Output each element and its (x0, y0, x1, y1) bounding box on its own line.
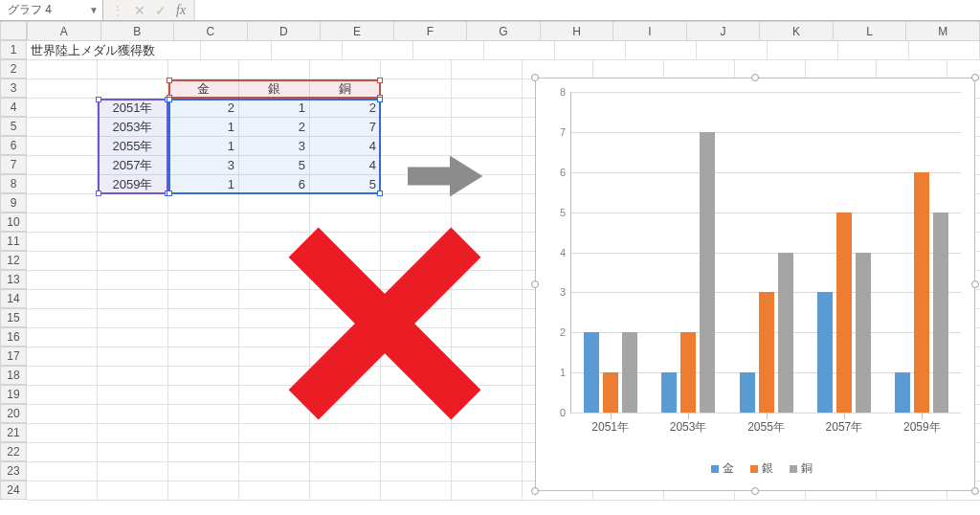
cell-category[interactable]: 2055年 (98, 137, 168, 155)
row-header[interactable]: 23 (0, 461, 27, 481)
col-header[interactable]: I (613, 22, 687, 41)
cell-A1-title[interactable]: 世界陸上メダル獲得数 (27, 41, 130, 59)
row-header[interactable]: 17 (0, 347, 27, 366)
resize-handle[interactable] (531, 74, 539, 81)
column-headers: A B C D E F G H I J K L M (27, 21, 980, 41)
row-header[interactable]: 10 (0, 213, 27, 232)
resize-handle[interactable] (751, 487, 759, 495)
cell-value[interactable]: 3 (168, 156, 239, 174)
cell-value[interactable]: 5 (239, 156, 310, 174)
resize-handle[interactable] (971, 487, 979, 495)
cell-category[interactable]: 2051年 (98, 99, 168, 117)
col-header[interactable]: L (833, 22, 906, 41)
cell-value[interactable]: 1 (239, 99, 310, 117)
row-header[interactable]: 15 (0, 308, 27, 327)
chart-bar[interactable] (914, 172, 929, 413)
col-header[interactable]: A (28, 22, 101, 41)
col-header[interactable]: K (760, 22, 834, 41)
row-header[interactable]: 9 (0, 193, 27, 213)
chart-bar[interactable] (836, 213, 852, 413)
resize-handle[interactable] (971, 74, 979, 81)
cell-value[interactable]: 1 (168, 175, 239, 193)
name-box-input[interactable] (6, 3, 71, 18)
cell-header-silver[interactable]: 銀 (239, 79, 310, 98)
chart-bar[interactable] (622, 332, 637, 413)
row-header[interactable]: 1 (0, 40, 27, 59)
chart-bar[interactable] (584, 332, 599, 413)
resize-handle[interactable] (531, 280, 539, 288)
cell-value[interactable]: 4 (310, 156, 381, 174)
cell-value[interactable]: 2 (168, 99, 239, 117)
row-header[interactable]: 2 (0, 59, 27, 78)
row-header[interactable]: 5 (0, 117, 27, 136)
row-header[interactable]: 18 (0, 366, 27, 385)
cell-category[interactable]: 2057年 (98, 156, 168, 174)
chart-xtick-label: 2057年 (805, 419, 882, 436)
chart-bar[interactable] (895, 372, 910, 413)
col-header[interactable]: C (174, 22, 248, 41)
chart-bar[interactable] (603, 372, 618, 413)
resize-handle[interactable] (751, 74, 759, 81)
row-header[interactable]: 7 (0, 155, 27, 174)
resize-handle[interactable] (971, 280, 979, 288)
col-header[interactable]: E (321, 22, 394, 41)
col-header[interactable]: J (686, 22, 760, 41)
row-header[interactable]: 16 (0, 327, 27, 347)
row-header[interactable]: 6 (0, 136, 27, 155)
chart-ytick-label: 7 (560, 126, 566, 138)
row-header[interactable]: 12 (0, 251, 27, 270)
chart-bar[interactable] (856, 253, 871, 414)
name-box[interactable]: ▼ (0, 0, 103, 20)
cell-value[interactable]: 4 (310, 137, 381, 155)
chart-bar[interactable] (661, 372, 677, 413)
cell-value[interactable]: 7 (310, 118, 381, 136)
cell-value[interactable]: 2 (239, 118, 310, 136)
row-header[interactable]: 20 (0, 404, 27, 423)
row-header[interactable]: 4 (0, 98, 27, 117)
name-box-dropdown-icon[interactable]: ▼ (89, 5, 99, 15)
col-header[interactable]: H (540, 22, 613, 41)
row-header[interactable]: 3 (0, 78, 27, 98)
select-all-corner[interactable] (0, 21, 27, 40)
cell-value[interactable]: 2 (310, 99, 381, 117)
chart-bar[interactable] (817, 292, 833, 413)
row-header[interactable]: 19 (0, 385, 27, 404)
chart-plot-area[interactable]: 0123456782051年2053年2055年2057年2059年 (570, 92, 961, 414)
chart-bar[interactable] (759, 292, 774, 413)
cell-value[interactable]: 6 (239, 175, 310, 193)
row-header[interactable]: 24 (0, 481, 27, 500)
chart-bar[interactable] (740, 372, 755, 413)
grid-area[interactable]: A B C D E F G H I J K L M 世界陸上メダル獲得数 (27, 21, 980, 515)
row-header[interactable]: 11 (0, 232, 27, 251)
resize-handle[interactable] (531, 487, 539, 495)
chart-bar[interactable] (700, 132, 715, 413)
chart-bar[interactable] (778, 253, 793, 414)
cell-category[interactable]: 2059年 (98, 175, 168, 193)
cell-header-gold[interactable]: 金 (168, 79, 239, 98)
col-header[interactable]: G (467, 22, 541, 41)
cell-value[interactable]: 1 (168, 137, 239, 155)
col-header[interactable]: M (906, 22, 980, 41)
row-header[interactable]: 8 (0, 174, 27, 193)
cell-value[interactable]: 3 (239, 137, 310, 155)
legend-swatch-icon (711, 465, 719, 473)
worksheet[interactable]: 1 2 3 4 5 6 7 8 9 10 11 12 13 14 15 16 1… (0, 21, 980, 515)
fx-icon[interactable]: fx (176, 4, 186, 17)
chart-bar[interactable] (680, 332, 696, 413)
cell-header-bronze[interactable]: 銅 (310, 79, 381, 98)
row-header[interactable]: 21 (0, 423, 27, 442)
row-header[interactable]: 13 (0, 270, 27, 289)
cell-category[interactable]: 2053年 (98, 118, 168, 136)
chart-object[interactable]: 0123456782051年2053年2055年2057年2059年 金 銀 銅 (535, 78, 975, 491)
chart-ytick-label: 3 (560, 286, 566, 298)
col-header[interactable]: F (393, 22, 467, 41)
cell-value[interactable]: 5 (310, 175, 381, 193)
cell-value[interactable]: 1 (168, 118, 239, 136)
chart-legend[interactable]: 金 銀 銅 (536, 460, 974, 477)
col-header[interactable]: D (247, 22, 321, 41)
formula-input[interactable] (194, 0, 980, 20)
chart-bar[interactable] (933, 213, 948, 413)
row-header[interactable]: 22 (0, 442, 27, 461)
col-header[interactable]: B (100, 22, 174, 41)
row-header[interactable]: 14 (0, 289, 27, 308)
